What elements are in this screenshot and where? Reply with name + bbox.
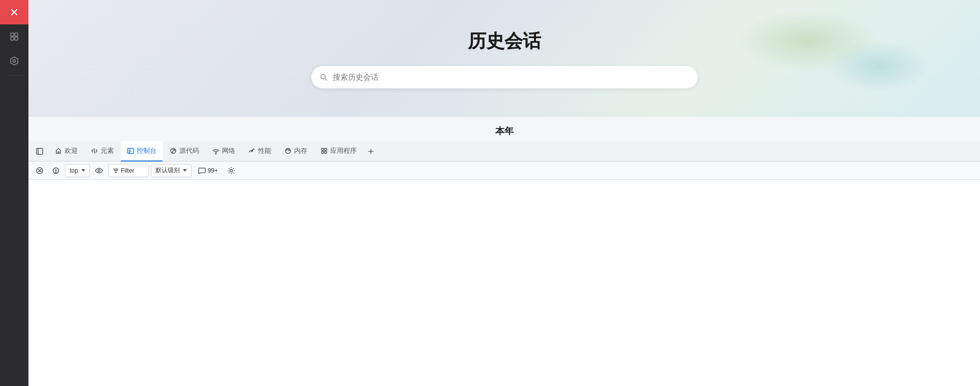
- tab-elements[interactable]: 元素: [85, 141, 120, 162]
- tab-console-label: 控制台: [137, 146, 156, 155]
- history-panel: 历史会话: [28, 0, 980, 117]
- clear-console-button[interactable]: [33, 164, 47, 178]
- sidebar-divider: [6, 75, 22, 76]
- tab-memory[interactable]: 内存: [278, 141, 313, 162]
- devtools-toolbar: top Filter 默认级别: [28, 162, 980, 180]
- tab-performance-label: 性能: [258, 146, 271, 155]
- devtools-panel: 欢迎 元素 控制台: [28, 141, 980, 386]
- svg-point-39: [230, 169, 233, 172]
- tab-sources[interactable]: 源代码: [164, 141, 205, 162]
- main-area: 历史会话 本年: [28, 0, 980, 386]
- tab-welcome-label: 欢迎: [65, 146, 78, 155]
- history-search-bar: [311, 66, 698, 88]
- tab-application[interactable]: 应用程序: [314, 141, 363, 162]
- svg-point-7: [13, 60, 16, 62]
- preserve-log-button[interactable]: [49, 164, 63, 178]
- context-selector-label: top: [70, 167, 78, 174]
- tab-memory-label: 内存: [294, 146, 307, 155]
- message-bubble-icon: [198, 167, 206, 175]
- svg-line-12: [94, 148, 95, 153]
- svg-point-18: [172, 152, 173, 152]
- svg-point-35: [98, 170, 100, 172]
- tab-console[interactable]: 控制台: [121, 141, 163, 162]
- svg-rect-23: [322, 148, 324, 150]
- history-search-input[interactable]: [333, 73, 689, 81]
- toggle-sidebar-icon[interactable]: [33, 144, 47, 158]
- year-label: 本年: [28, 117, 980, 141]
- svg-rect-10: [37, 148, 43, 154]
- devtools-tab-bar: 欢迎 元素 控制台: [28, 141, 980, 162]
- tab-welcome[interactable]: 欢迎: [49, 141, 84, 162]
- history-title: 历史会话: [468, 29, 541, 54]
- svg-rect-25: [322, 151, 324, 153]
- message-count-label: 99+: [208, 167, 218, 174]
- sidebar-icon-layers[interactable]: [0, 24, 28, 49]
- sidebar: [0, 0, 28, 386]
- log-level-selector[interactable]: 默认级别: [151, 164, 192, 177]
- decorative-blob-2: [828, 41, 929, 91]
- close-button[interactable]: [0, 0, 28, 24]
- eye-button[interactable]: [92, 164, 106, 178]
- svg-rect-4: [11, 37, 14, 40]
- filter-label: Filter: [121, 167, 135, 174]
- svg-rect-26: [325, 151, 327, 153]
- tab-elements-label: 元素: [101, 146, 114, 155]
- svg-marker-6: [11, 57, 18, 65]
- tab-network[interactable]: 网络: [206, 141, 241, 162]
- svg-point-34: [55, 172, 56, 173]
- search-icon: [320, 73, 328, 81]
- console-content: [28, 180, 980, 386]
- tab-add-button[interactable]: [364, 144, 378, 158]
- svg-line-9: [325, 78, 327, 80]
- svg-rect-5: [15, 37, 18, 40]
- tab-sources-label: 源代码: [179, 146, 199, 155]
- context-selector-chevron: [81, 169, 85, 172]
- message-count: 99+: [194, 164, 222, 177]
- svg-rect-3: [15, 33, 18, 36]
- log-level-chevron: [183, 169, 187, 172]
- tab-network-label: 网络: [222, 146, 235, 155]
- console-settings-button[interactable]: [224, 164, 238, 178]
- svg-point-19: [215, 153, 216, 154]
- tab-application-label: 应用程序: [330, 146, 357, 155]
- tab-performance[interactable]: 性能: [242, 141, 277, 162]
- context-selector[interactable]: top: [65, 164, 90, 177]
- svg-rect-24: [325, 148, 327, 150]
- sidebar-icon-hexagon[interactable]: [0, 49, 28, 73]
- log-level-label: 默认级别: [155, 166, 180, 175]
- svg-rect-2: [11, 33, 14, 36]
- filter-input[interactable]: Filter: [108, 164, 149, 177]
